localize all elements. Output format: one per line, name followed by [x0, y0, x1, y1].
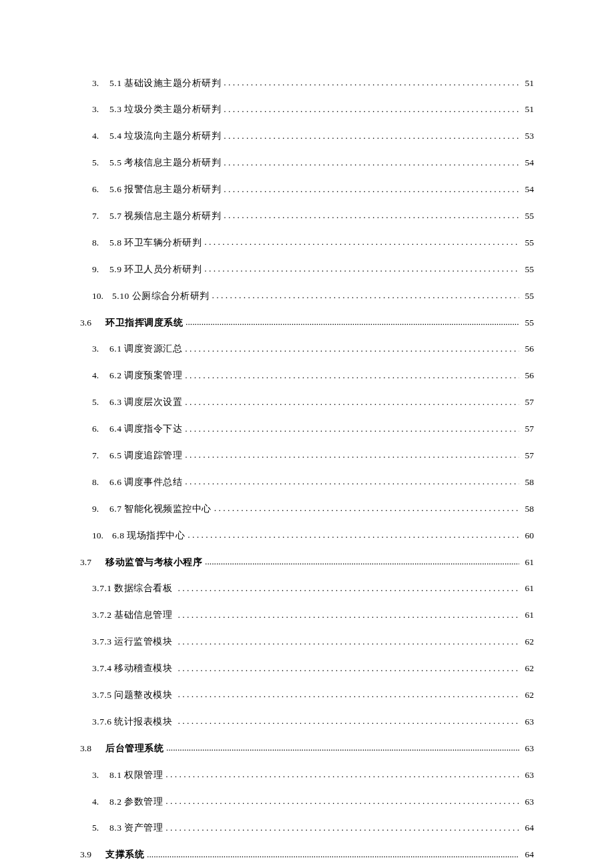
dot-leader	[185, 449, 519, 458]
dot-leader	[224, 157, 519, 166]
page-number: 63	[522, 769, 534, 782]
item-number: 4.	[92, 130, 107, 143]
page-number: 57	[522, 450, 534, 462]
dot-leader	[147, 849, 519, 858]
dot-leader	[185, 476, 519, 485]
toc-entry: 4.5.4 垃圾流向主题分析研判53	[80, 130, 534, 143]
page-number: 62	[522, 689, 534, 702]
item-title: 8.1 权限管理	[109, 769, 163, 782]
toc-entry: 7.6.5 调度追踪管理57	[80, 449, 534, 462]
page-number: 55	[522, 210, 534, 223]
toc-entry: 9.6.7 智能化视频监控中心58	[80, 502, 534, 515]
item-number: 4.	[92, 370, 107, 382]
page-number: 62	[522, 663, 534, 675]
toc-entry: 5.5.5 考核信息主题分析研判54	[80, 157, 534, 169]
toc-entry: 3.8后台管理系统63	[80, 742, 534, 755]
item-title: 5.5 考核信息主题分析研判	[109, 157, 221, 169]
item-number: 10.	[92, 530, 109, 542]
toc-entry: 10.6.8 现场指挥中心60	[80, 529, 534, 542]
item-title: 6.3 调度层次设置	[109, 396, 182, 409]
sub-title: 3.7.3 运行监管模块	[92, 636, 172, 648]
item-title: 8.2 参数管理	[109, 796, 163, 809]
toc-entry: 3.8.1 权限管理63	[80, 769, 534, 781]
section-title: 环卫指挥调度系统	[105, 317, 183, 330]
page-number: 64	[522, 849, 534, 861]
item-number: 7.	[92, 450, 107, 462]
section-title: 移动监管与考核小程序	[105, 556, 202, 569]
toc-entry: 8.6.6 调度事件总结58	[80, 476, 534, 488]
item-number: 9.	[92, 503, 107, 516]
dot-leader	[212, 290, 520, 299]
dot-leader	[185, 396, 519, 406]
toc-entry: 3.7.3 运行监管模块62	[80, 636, 534, 648]
dot-leader	[185, 343, 519, 352]
item-number: 8.	[92, 237, 107, 250]
page-number: 55	[522, 237, 534, 250]
toc-entry: 7.5.7 视频信息主题分析研判55	[80, 209, 534, 222]
section-title: 支撑系统	[105, 849, 144, 861]
item-title: 8.3 资产管理	[109, 822, 163, 835]
toc-entry: 3.7.2 基础信息管理61	[80, 609, 534, 622]
page-number: 63	[522, 743, 534, 755]
section-title: 后台管理系统	[105, 743, 164, 755]
toc-entry: 3.7移动监管与考核小程序61	[80, 556, 534, 568]
dot-leader	[178, 663, 519, 672]
sub-title: 3.7.1 数据综合看板	[92, 582, 172, 595]
item-title: 6.2 调度预案管理	[109, 370, 182, 382]
dot-leader	[166, 769, 519, 778]
item-number: 3.	[92, 103, 107, 116]
dot-leader	[178, 636, 519, 645]
toc-entry: 4.6.2 调度预案管理56	[80, 370, 534, 382]
dot-leader	[166, 742, 519, 751]
page-number: 62	[522, 636, 534, 648]
item-title: 5.10 公厕综合分析研判	[112, 290, 210, 303]
item-number: 4.	[92, 796, 107, 809]
item-title: 5.6 报警信息主题分析研判	[109, 183, 221, 196]
dot-leader	[185, 423, 519, 432]
item-number: 6.	[92, 183, 107, 196]
toc-entry: 3.7.6 统计报表模块63	[80, 715, 534, 728]
section-number: 3.9	[80, 849, 105, 861]
toc-entry: 5.8.3 资产管理64	[80, 822, 534, 835]
item-title: 6.7 智能化视频监控中心	[109, 503, 212, 516]
section-number: 3.6	[80, 317, 105, 330]
page-number: 61	[522, 556, 534, 569]
toc-entry: 10.5.10 公厕综合分析研判55	[80, 290, 534, 302]
dot-leader	[186, 316, 519, 326]
item-title: 5.9 环卫人员分析研判	[109, 264, 202, 276]
page-number: 56	[522, 343, 534, 356]
page-number: 58	[522, 503, 534, 516]
page-number: 64	[522, 822, 534, 835]
toc-entry: 4.8.2 参数管理63	[80, 795, 534, 808]
dot-leader	[188, 529, 519, 538]
dot-leader	[205, 556, 519, 565]
dot-leader	[204, 263, 519, 272]
item-title: 5.7 视频信息主题分析研判	[109, 210, 221, 223]
toc-entry: 9.5.9 环卫人员分析研判55	[80, 263, 534, 276]
toc-entry: 3.7.4 移动稽查模块62	[80, 663, 534, 675]
dot-leader	[224, 103, 519, 113]
item-number: 6.	[92, 423, 107, 436]
toc-entry: 3.7.5 问题整改模块62	[80, 689, 534, 701]
page-number: 57	[522, 423, 534, 436]
dot-leader	[178, 689, 519, 698]
item-number: 3.	[92, 343, 107, 356]
dot-leader	[224, 130, 519, 139]
page-number: 58	[522, 476, 534, 489]
page-number: 54	[522, 157, 534, 169]
item-number: 3.	[92, 769, 107, 782]
item-number: 5.	[92, 396, 107, 409]
dot-leader	[166, 822, 519, 831]
page-number: 61	[522, 582, 534, 595]
page-number: 56	[522, 370, 534, 382]
toc-entry: 3.6环卫指挥调度系统55	[80, 316, 534, 329]
dot-leader	[166, 795, 519, 805]
item-title: 5.4 垃圾流向主题分析研判	[109, 130, 221, 143]
page-number: 55	[522, 264, 534, 276]
page-number: 55	[522, 317, 534, 330]
dot-leader	[224, 183, 519, 193]
dot-leader	[224, 77, 519, 86]
item-title: 5.1 基础设施主题分析研判	[109, 77, 221, 90]
item-title: 5.3 垃圾分类主题分析研判	[109, 103, 221, 116]
item-number: 7.	[92, 210, 107, 223]
